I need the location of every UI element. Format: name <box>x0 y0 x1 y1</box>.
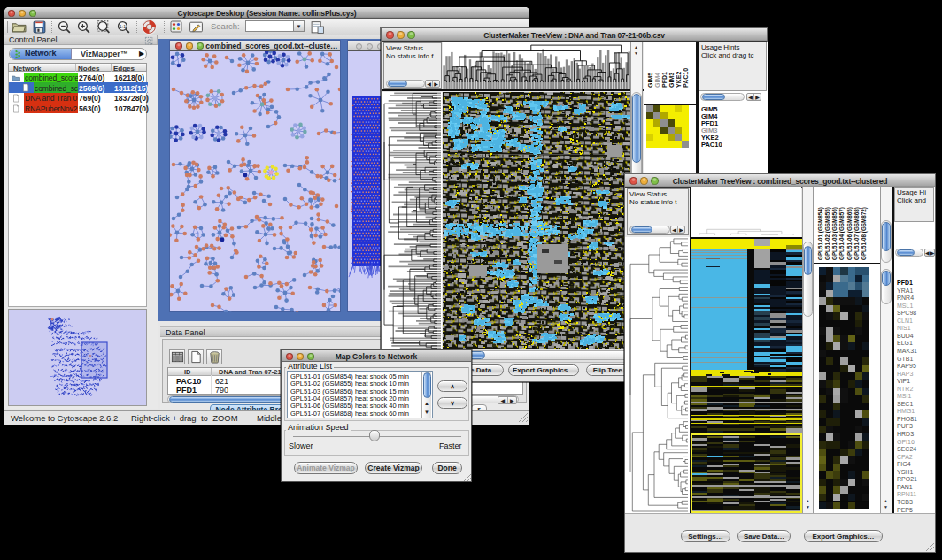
svg-text:1:1: 1:1 <box>120 24 126 29</box>
